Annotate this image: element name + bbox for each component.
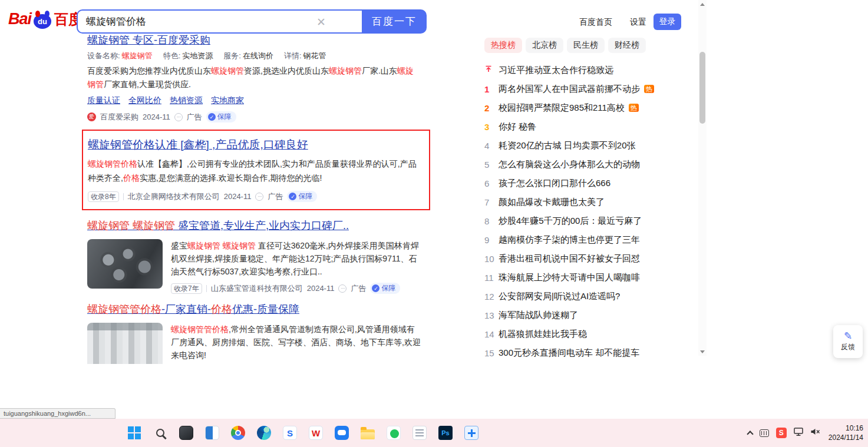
hot-link[interactable]: 机器狼抓娃娃比我手稳 bbox=[499, 329, 587, 340]
taskbar-search-button[interactable] bbox=[148, 420, 172, 446]
taskbar-chat-app[interactable] bbox=[330, 420, 354, 446]
scrollbar[interactable] bbox=[698, 0, 707, 356]
result-thumbnail-pipes[interactable] bbox=[87, 239, 163, 289]
result-title[interactable]: 螺旋钢管 专区-百度爱采购 bbox=[87, 34, 210, 47]
scrollbar-down-icon[interactable] bbox=[698, 347, 707, 356]
green-app-icon bbox=[387, 426, 401, 440]
hot-link[interactable]: 珠海航展上沙特大哥请中国人喝咖啡 bbox=[499, 272, 640, 283]
notes-app-icon bbox=[412, 426, 427, 440]
clear-icon[interactable]: ✕ bbox=[315, 15, 328, 29]
hot-link[interactable]: 习近平推动亚太合作行稳致远 bbox=[499, 65, 613, 76]
hot-link[interactable]: 耗资20亿的古城 日均卖票不到20张 bbox=[499, 140, 636, 151]
baidu-b2b-icon: 爱 bbox=[87, 112, 96, 121]
highlighted-result-box: 螺旋钢管价格认准 [鑫桦] ,产品优质,口碑良好 螺旋钢管价格认准【鑫桦】,公司… bbox=[82, 130, 430, 210]
logo-text-du: du bbox=[38, 17, 47, 26]
hot-link[interactable]: 300元秒杀直播间电动车 却不能提车 bbox=[499, 347, 639, 359]
check-icon bbox=[289, 193, 296, 200]
taskbar-s-browser[interactable]: S bbox=[278, 420, 302, 446]
hot-rank: 14 bbox=[484, 329, 499, 339]
desktop: Bai du 百度 ✕ 百度一下 百度首页 设置 登录 螺旋钢管 专区-百度爱采… bbox=[0, 0, 868, 447]
hot-item[interactable]: 4 耗资20亿的古城 日均卖票不到20张 bbox=[484, 136, 704, 155]
hot-list: 习近平推动亚太合作行稳致远 1 两名外国军人在中国武器前挪不动步 热 2 校园招… bbox=[484, 61, 704, 362]
nav-settings[interactable]: 设置 bbox=[630, 17, 646, 28]
taskbar-clock[interactable]: 10:16 2024/11/14 bbox=[829, 423, 863, 442]
taskbar-photoshop[interactable]: Ps bbox=[434, 420, 457, 446]
tab-finance-list[interactable]: 财经榜 bbox=[608, 38, 646, 53]
hot-link[interactable]: 公安部网安局|听说过AI造谣吗? bbox=[499, 291, 620, 302]
tag-link[interactable]: 全网比价 bbox=[128, 95, 161, 106]
hot-item[interactable]: 1 两名外国军人在中国武器前挪不动步 热 bbox=[484, 80, 704, 98]
hot-item[interactable]: 9 越南模仿李子柒的博主也停更了三年 bbox=[484, 230, 704, 249]
hot-item[interactable]: 3 你好 秘鲁 bbox=[484, 117, 704, 136]
hot-link[interactable]: 孩子怎么张口闭口那什么666 bbox=[499, 178, 610, 189]
tray-device-icon[interactable] bbox=[760, 429, 769, 437]
nav-baidu-home[interactable]: 百度首页 bbox=[579, 17, 612, 28]
taskbar: S W Ps S 10:16 2024/11/14 bbox=[0, 419, 868, 447]
hot-item[interactable]: 6 孩子怎么张口闭口那什么666 bbox=[484, 174, 704, 193]
login-button[interactable]: 登录 bbox=[654, 14, 681, 30]
hot-link[interactable]: 两名外国军人在中国武器前挪不动步 bbox=[499, 84, 640, 95]
status-bubble[interactable]: tuiguangshikuang_hxgiwd6n... bbox=[0, 408, 115, 419]
hot-link[interactable]: 怎么有脑袋这么小身体那么大的动物 bbox=[499, 159, 640, 170]
hot-item[interactable]: 12 公安部网安局|听说过AI造谣吗? bbox=[484, 287, 704, 306]
hot-link[interactable]: 海军陆战队帅迷糊了 bbox=[499, 310, 578, 321]
result-title[interactable]: 螺旋钢管管价格-厂家直销-价格优惠-质量保障 bbox=[87, 303, 299, 316]
taskbar-meeting-app[interactable] bbox=[460, 420, 483, 446]
baidu-logo[interactable]: Bai du 百度 bbox=[8, 9, 82, 29]
taskbar-app-split[interactable] bbox=[200, 420, 224, 446]
tab-beijing-list[interactable]: 北京榜 bbox=[526, 38, 563, 53]
ad-info-icon[interactable] bbox=[174, 113, 183, 121]
clock-time: 10:16 bbox=[829, 423, 863, 433]
hot-item[interactable]: 13 海军陆战队帅迷糊了 bbox=[484, 306, 704, 325]
search-bar: ✕ 百度一下 bbox=[77, 9, 427, 34]
scrollbar-up-icon[interactable] bbox=[698, 0, 707, 8]
result-source: 收录8年 北京企腾网络技术有限公司 2024-11 广告 保障 bbox=[88, 191, 421, 202]
tab-livelihood-list[interactable]: 民生榜 bbox=[567, 38, 605, 53]
guarantee-badge: 保障 bbox=[370, 283, 400, 294]
taskbar-app-dark[interactable] bbox=[174, 420, 198, 446]
result-thumbnail-ducts[interactable] bbox=[87, 323, 163, 364]
tab-hot-list[interactable]: 热搜榜 bbox=[484, 38, 522, 53]
tag-link[interactable]: 实地商家 bbox=[211, 95, 244, 106]
system-tray: S 10:16 2024/11/14 bbox=[748, 419, 863, 447]
hot-link[interactable]: 香港出租司机说中国不好被女子回怼 bbox=[499, 253, 640, 264]
tag-link[interactable]: 质量认证 bbox=[87, 95, 120, 106]
hot-link[interactable]: 炒股4年赚5千万的00后：最近亏麻了 bbox=[499, 216, 642, 227]
taskbar-wps[interactable]: W bbox=[304, 420, 328, 446]
hot-item[interactable]: 11 珠海航展上沙特大哥请中国人喝咖啡 bbox=[484, 268, 704, 287]
result-title[interactable]: 螺旋钢管价格认准 [鑫桦] ,产品优质,口碑良好 bbox=[88, 138, 308, 152]
taskbar-green-app[interactable] bbox=[382, 420, 405, 446]
taskbar-edge[interactable] bbox=[252, 420, 276, 446]
hot-item[interactable]: 14 机器狼抓娃娃比我手稳 bbox=[484, 325, 704, 343]
hot-item[interactable]: 8 炒股4年赚5千万的00后：最近亏麻了 bbox=[484, 211, 704, 230]
taskbar-file-explorer[interactable] bbox=[356, 420, 379, 446]
taskbar-notes-app[interactable] bbox=[408, 420, 431, 446]
hot-link[interactable]: 越南模仿李子柒的博主也停更了三年 bbox=[499, 234, 640, 246]
meeting-app-icon bbox=[464, 426, 478, 440]
sogou-input-icon[interactable]: S bbox=[776, 428, 787, 438]
taskbar-chrome[interactable] bbox=[226, 420, 250, 446]
dark-app-icon bbox=[179, 426, 193, 440]
hot-link[interactable]: 颜如晶爆改卡戴珊也太美了 bbox=[499, 197, 605, 208]
tag-link[interactable]: 热销资源 bbox=[170, 95, 203, 106]
start-button[interactable] bbox=[123, 420, 146, 446]
hot-item[interactable]: 15 300元秒杀直播间电动车 却不能提车 bbox=[484, 343, 704, 362]
tray-chevron-icon[interactable] bbox=[747, 431, 753, 437]
volume-muted-icon[interactable] bbox=[810, 428, 820, 438]
hot-item[interactable]: 习近平推动亚太合作行稳致远 bbox=[484, 61, 704, 80]
hot-item[interactable]: 7 颜如晶爆改卡戴珊也太美了 bbox=[484, 193, 704, 211]
hot-item[interactable]: 5 怎么有脑袋这么小身体那么大的动物 bbox=[484, 155, 704, 174]
result-title[interactable]: 螺旋钢管 螺旋钢管 盛宝管道,专业生产,业内实力口碑厂.. bbox=[87, 220, 349, 232]
hot-item[interactable]: 10 香港出租司机说中国不好被女子回怼 bbox=[484, 249, 704, 268]
ad-info-icon[interactable] bbox=[338, 284, 346, 293]
hot-link[interactable]: 你好 秘鲁 bbox=[499, 121, 536, 133]
result-description: 螺旋钢管管价格,常州全管通通风管道制造有限公司,风管通用领域有厂房通风、厨房排烟… bbox=[171, 323, 421, 362]
ad-info-icon[interactable] bbox=[255, 193, 263, 201]
network-icon[interactable] bbox=[794, 428, 803, 439]
feedback-button[interactable]: 反馈 bbox=[833, 325, 863, 358]
hot-link[interactable]: 校园招聘严禁限定985和211高校 bbox=[499, 102, 625, 114]
top-pin-icon bbox=[484, 65, 499, 75]
scrollbar-thumb[interactable] bbox=[699, 52, 705, 124]
search-button[interactable]: 百度一下 bbox=[362, 9, 427, 34]
hot-item[interactable]: 2 校园招聘严禁限定985和211高校 热 bbox=[484, 98, 704, 117]
